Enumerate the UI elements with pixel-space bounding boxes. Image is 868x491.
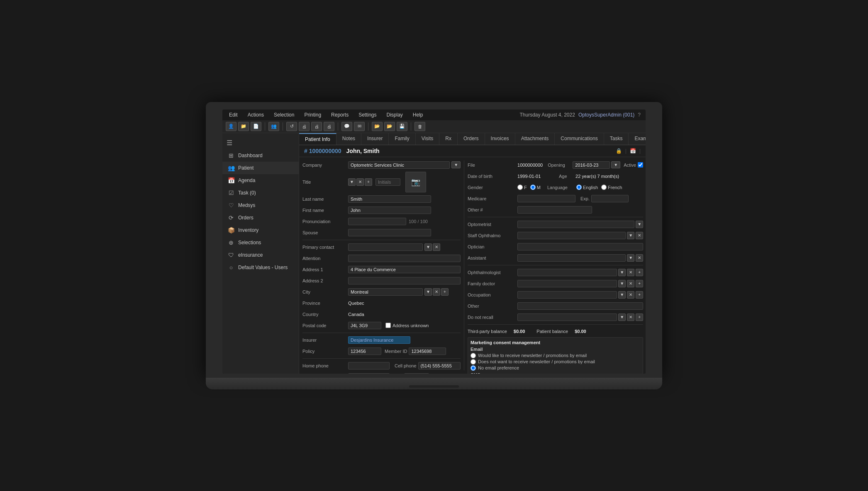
title-clear-btn[interactable]: ✕ — [356, 178, 364, 186]
sidebar-item-patient[interactable]: 👥 Patient — [222, 162, 299, 174]
tab-notes[interactable]: Notes — [336, 133, 361, 145]
address1-input[interactable] — [348, 266, 461, 273]
toolbar-btn-email[interactable]: ✉ — [354, 122, 365, 131]
optometrist-dropdown[interactable]: ▼ — [636, 221, 643, 228]
attention-input[interactable] — [348, 255, 461, 262]
toolbar-btn-delete[interactable]: 🗑 — [414, 122, 425, 131]
tab-patient-info[interactable]: Patient Info — [299, 133, 336, 145]
menu-reports[interactable]: Reports — [329, 111, 350, 119]
family-doctor-add[interactable]: + — [636, 280, 643, 287]
sidebar-item-einsurance[interactable]: 🛡 eInsurance — [222, 249, 299, 261]
language-english-radio[interactable] — [576, 185, 582, 190]
menubar-user[interactable]: OptoysSuperAdmin (001) — [578, 112, 634, 118]
title-dropdown-btn[interactable]: ▼ — [348, 178, 356, 186]
tab-orders[interactable]: Orders — [458, 133, 485, 145]
toolbar-btn-msg[interactable]: 💬 — [341, 122, 352, 131]
pronunciation-input[interactable] — [348, 218, 406, 225]
email-opt1-radio[interactable] — [471, 353, 476, 358]
sidebar-item-inventory[interactable]: 📦 Inventory — [222, 224, 299, 236]
email-opt2[interactable]: Does not want to receive newsletter / pr… — [471, 359, 640, 365]
city-dropdown[interactable]: ▼ — [424, 288, 432, 296]
assistant-input[interactable] — [517, 254, 626, 262]
toolbar-btn-doc[interactable]: 📄 — [251, 122, 261, 131]
opening-dropdown[interactable]: ▼ — [611, 161, 620, 168]
menubar-help-icon[interactable]: ? — [638, 112, 641, 118]
menu-actions[interactable]: Actions — [246, 111, 266, 119]
tab-invoices[interactable]: Invoices — [485, 133, 515, 145]
do-not-recall-clear[interactable]: ✕ — [627, 314, 634, 321]
ophthalmologist-dropdown[interactable]: ▼ — [618, 269, 626, 276]
email-opt3-radio[interactable] — [471, 365, 476, 371]
toolbar-btn-folder[interactable]: 📁 — [238, 122, 249, 131]
assistant-clear[interactable]: ✕ — [636, 254, 643, 262]
staff-ophthalmo-clear[interactable]: ✕ — [636, 232, 643, 239]
sidebar-item-default-values[interactable]: ○ Default Values - Users — [222, 261, 299, 274]
tab-insurer[interactable]: Insurer — [361, 133, 389, 145]
occupation-dropdown[interactable]: ▼ — [618, 291, 626, 299]
occupation-add[interactable]: + — [636, 291, 643, 299]
language-french-radio[interactable] — [601, 185, 607, 190]
work-input[interactable] — [348, 373, 390, 374]
primary-contact-input[interactable] — [348, 243, 423, 251]
toolbar-btn-save[interactable]: 💾 — [397, 122, 407, 131]
email-opt1[interactable]: Would like to receive newsletter / promo… — [471, 353, 640, 358]
city-add[interactable]: + — [441, 288, 449, 296]
initials-input[interactable] — [375, 178, 400, 186]
insurer-input[interactable] — [348, 336, 410, 344]
sidebar-item-agenda[interactable]: 📅 Agenda — [222, 174, 299, 187]
ophthalmologist-input[interactable] — [517, 269, 617, 276]
do-not-recall-input[interactable] — [517, 314, 617, 321]
tab-tasks[interactable]: Tasks — [604, 133, 629, 145]
company-input[interactable] — [348, 161, 450, 169]
optician-input[interactable] — [517, 243, 643, 250]
sidebar-item-orders[interactable]: ⟳ Orders — [222, 211, 299, 224]
toolbar-btn-print3[interactable]: 🖨 — [324, 122, 334, 131]
toolbar-btn-person[interactable]: 👤 — [226, 122, 237, 131]
sidebar-item-selections[interactable]: ⊕ Selections — [222, 236, 299, 249]
sidebar-item-medsys[interactable]: ♡ Medsys — [222, 199, 299, 211]
occupation-clear[interactable]: ✕ — [627, 291, 634, 299]
optometrist-input[interactable] — [517, 221, 634, 228]
menu-help[interactable]: Help — [411, 111, 425, 119]
toolbar-btn-print[interactable]: 🖨 — [299, 122, 310, 131]
primary-contact-dropdown[interactable]: ▼ — [424, 243, 432, 251]
active-checkbox[interactable] — [638, 162, 643, 168]
do-not-recall-dropdown[interactable]: ▼ — [618, 314, 626, 321]
occupation-input[interactable] — [517, 291, 617, 299]
menu-edit[interactable]: Edit — [227, 111, 239, 119]
toolbar-btn-folder2[interactable]: 📂 — [372, 122, 383, 131]
family-doctor-input[interactable] — [517, 280, 617, 287]
family-doctor-dropdown[interactable]: ▼ — [618, 280, 626, 287]
email-opt3[interactable]: No email preference — [471, 365, 640, 371]
ophthalmologist-add[interactable]: + — [636, 269, 643, 276]
gender-f-option[interactable]: F — [517, 185, 527, 190]
toolbar-btn-print2[interactable]: 🖨 — [311, 122, 322, 131]
address-unknown-checkbox[interactable]: Address unknown — [385, 323, 429, 328]
tab-communications[interactable]: Communications — [555, 133, 604, 145]
address-unknown-check[interactable] — [385, 323, 391, 328]
home-phone-input[interactable] — [348, 362, 390, 369]
medicare-input[interactable] — [517, 195, 575, 202]
gender-m-option[interactable]: M — [530, 185, 541, 190]
first-name-input[interactable] — [348, 207, 431, 214]
gender-f-radio[interactable] — [517, 185, 523, 190]
email-opt2-radio[interactable] — [471, 359, 476, 365]
staff-ophthalmo-dropdown[interactable]: ▼ — [627, 232, 634, 239]
toolbar-btn-open[interactable]: 📂 — [384, 122, 395, 131]
language-english-option[interactable]: English — [576, 185, 598, 190]
tab-family[interactable]: Family — [389, 133, 415, 145]
sidebar-item-task[interactable]: ☑ Task (0) — [222, 187, 299, 199]
do-not-recall-add[interactable]: + — [636, 314, 643, 321]
spouse-input[interactable] — [348, 229, 431, 236]
sidebar-item-dashboard[interactable]: ⊞ Dashboard — [222, 149, 299, 162]
cell-phone-input[interactable] — [418, 362, 461, 369]
exp-input[interactable] — [591, 195, 629, 202]
language-french-option[interactable]: French — [601, 185, 622, 190]
company-dropdown-btn[interactable]: ▼ — [451, 161, 461, 168]
gender-m-radio[interactable] — [530, 185, 536, 190]
other-input[interactable] — [517, 302, 643, 310]
primary-contact-clear[interactable]: ✕ — [433, 243, 440, 251]
title-add-btn[interactable]: + — [365, 178, 372, 186]
menu-settings[interactable]: Settings — [357, 111, 378, 119]
sidebar-toggle[interactable]: ☰ — [222, 136, 299, 149]
